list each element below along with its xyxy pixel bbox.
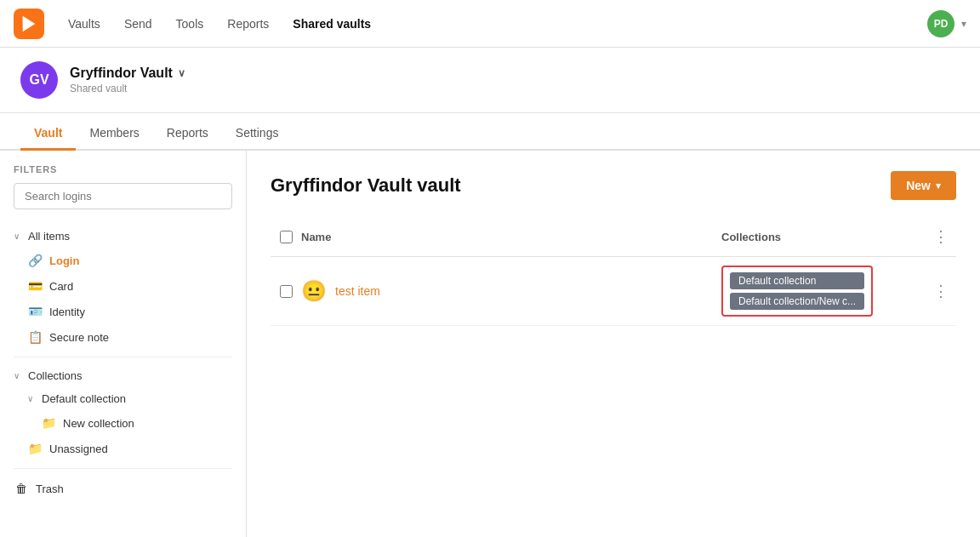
org-name[interactable]: Gryffindor Vault ∨ xyxy=(70,66,185,81)
collections-highlight-box: Default collection Default collection/Ne… xyxy=(721,266,873,317)
row-check-col[interactable] xyxy=(271,285,301,298)
sidebar-filters-section: FILTERS xyxy=(0,164,246,221)
sidebar-item-trash[interactable]: 🗑 Trash xyxy=(0,476,246,501)
nav-tools[interactable]: Tools xyxy=(166,12,214,36)
sidebar-item-collections[interactable]: ∨ Collections xyxy=(0,364,246,387)
trash-label: Trash xyxy=(36,483,64,495)
table-header-more-button[interactable]: ⋮ xyxy=(930,224,952,249)
new-button-label: New xyxy=(906,179,931,192)
all-items-label: All items xyxy=(28,230,70,243)
sidebar-item-unassigned[interactable]: 📁 Unassigned xyxy=(0,436,246,461)
login-label: Login xyxy=(49,254,79,267)
table-header: Name Collections ⋮ xyxy=(271,217,956,257)
org-chevron-icon: ∨ xyxy=(178,67,185,79)
tab-vault[interactable]: Vault xyxy=(20,117,76,151)
nav-vaults[interactable]: Vaults xyxy=(58,12,111,36)
top-navigation: Vaults Send Tools Reports Shared vaults … xyxy=(0,0,980,48)
nav-reports[interactable]: Reports xyxy=(217,12,279,36)
sidebar-item-login[interactable]: 🔗 Login xyxy=(0,248,246,273)
collections-label: Collections xyxy=(28,369,83,382)
row-actions-col[interactable]: ⋮ xyxy=(926,278,956,304)
nav-links: Vaults Send Tools Reports Shared vaults xyxy=(58,12,920,36)
row-checkbox[interactable] xyxy=(280,285,293,298)
sidebar-item-all-items[interactable]: ∨ All items xyxy=(0,225,246,248)
table-header-check[interactable] xyxy=(271,231,301,243)
page-title: Gryffindor Vault vault xyxy=(271,174,461,197)
new-button-arrow-icon: ▾ xyxy=(936,180,941,191)
tab-members[interactable]: Members xyxy=(76,117,152,151)
org-subtitle: Shared vault xyxy=(70,83,185,94)
page-tabs: Vault Members Reports Settings xyxy=(0,113,980,151)
secure-note-label: Secure note xyxy=(49,331,109,344)
sidebar-item-card[interactable]: 💳 Card xyxy=(0,273,246,299)
default-collection-label: Default collection xyxy=(42,392,126,405)
all-items-chevron-icon: ∨ xyxy=(14,231,20,241)
sidebar-item-default-collection[interactable]: ∨ Default collection xyxy=(0,387,246,410)
unassigned-folder-icon: 📁 xyxy=(27,441,43,456)
item-type-icon: 😐 xyxy=(301,279,327,303)
secure-note-icon: 📋 xyxy=(27,329,43,345)
table-header-actions: ⋮ xyxy=(926,224,956,249)
sidebar-title: FILTERS xyxy=(14,164,232,174)
row-more-button[interactable]: ⋮ xyxy=(930,278,952,304)
new-collection-label: New collection xyxy=(63,417,134,430)
table-header-collections: Collections xyxy=(721,231,926,243)
nav-send[interactable]: Send xyxy=(114,12,162,36)
topnav-right: PD ▾ xyxy=(927,10,966,37)
new-button[interactable]: New ▾ xyxy=(891,171,956,200)
main-header: Gryffindor Vault vault New ▾ xyxy=(271,171,956,200)
identity-label: Identity xyxy=(49,306,85,318)
table-row: 😐 test item Default collection Default c… xyxy=(271,257,956,326)
collection-badge-2[interactable]: Default collection/New c... xyxy=(730,293,864,310)
content-area: FILTERS ∨ All items 🔗 Login 💳 Card 🪪 Ide… xyxy=(0,151,980,537)
sidebar-divider-2 xyxy=(14,468,232,469)
org-header: GV Gryffindor Vault ∨ Shared vault xyxy=(0,48,980,113)
app-logo[interactable] xyxy=(14,9,44,39)
row-collections-col: Default collection Default collection/Ne… xyxy=(721,266,926,317)
sidebar-item-identity[interactable]: 🪪 Identity xyxy=(0,299,246,324)
unassigned-label: Unassigned xyxy=(49,443,108,455)
identity-icon: 🪪 xyxy=(27,304,43,319)
org-info: Gryffindor Vault ∨ Shared vault xyxy=(70,66,185,94)
org-name-text: Gryffindor Vault xyxy=(70,66,173,81)
sidebar-item-secure-note[interactable]: 📋 Secure note xyxy=(0,324,246,350)
search-input[interactable] xyxy=(14,183,232,209)
collection-badge-1[interactable]: Default collection xyxy=(730,272,864,289)
trash-icon: 🗑 xyxy=(14,481,29,496)
new-collection-folder-icon: 📁 xyxy=(41,415,56,431)
nav-shared-vaults[interactable]: Shared vaults xyxy=(282,12,381,36)
sidebar-divider-1 xyxy=(14,357,232,357)
main-content: Gryffindor Vault vault New ▾ Name Collec… xyxy=(247,151,980,537)
org-avatar: GV xyxy=(20,61,58,99)
card-label: Card xyxy=(49,280,73,293)
account-chevron-icon[interactable]: ▾ xyxy=(961,18,966,30)
tab-reports[interactable]: Reports xyxy=(153,117,222,151)
sidebar: FILTERS ∨ All items 🔗 Login 💳 Card 🪪 Ide… xyxy=(0,151,247,537)
select-all-checkbox[interactable] xyxy=(280,231,293,243)
item-name[interactable]: test item xyxy=(335,284,380,298)
tab-settings[interactable]: Settings xyxy=(222,117,293,151)
collections-chevron-icon: ∨ xyxy=(14,371,20,380)
login-icon: 🔗 xyxy=(27,253,43,268)
user-avatar[interactable]: PD xyxy=(927,10,954,37)
row-name-col[interactable]: 😐 test item xyxy=(301,279,721,303)
sidebar-item-new-collection[interactable]: 📁 New collection xyxy=(0,410,246,436)
default-collection-chevron-icon: ∨ xyxy=(27,394,33,403)
vault-table: Name Collections ⋮ 😐 test item Default c… xyxy=(271,217,956,326)
table-header-name: Name xyxy=(301,231,721,243)
card-icon: 💳 xyxy=(27,278,43,294)
